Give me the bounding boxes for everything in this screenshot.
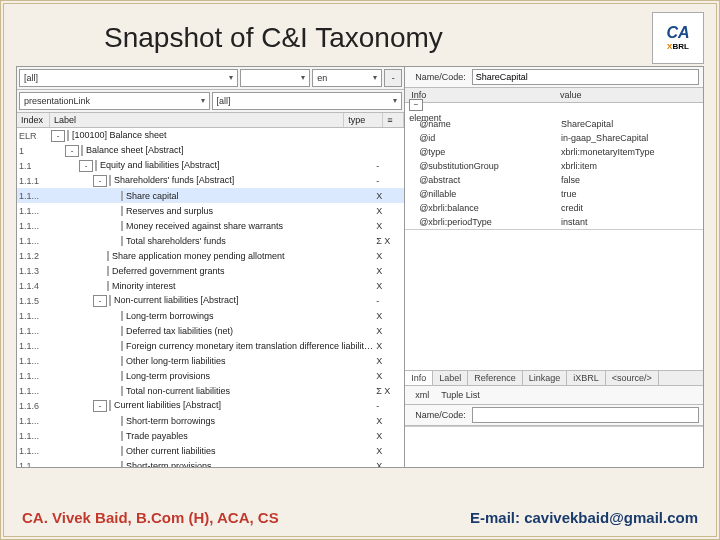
element-icon (95, 160, 97, 171)
right-panel: Name/Code: Info value −element @nameShar… (405, 67, 703, 467)
element-icon (107, 281, 109, 291)
tree-row[interactable]: 1.1...Long-term borrowingsX (17, 308, 404, 323)
tab-reference[interactable]: Reference (468, 371, 523, 385)
tree-row[interactable]: 1.1...Foreign currency monetary item tra… (17, 338, 404, 353)
tree-row[interactable]: 1.1...Share capitalX (17, 188, 404, 203)
element-icon (81, 145, 83, 156)
tab-label[interactable]: Label (433, 371, 468, 385)
tree-row[interactable]: 1.1.4Minority interestX (17, 278, 404, 293)
search-label: Name/Code: (409, 70, 472, 84)
tree-header: Index Label type ≡ (17, 113, 404, 128)
property-row[interactable]: @xbrli:periodTypeinstant (405, 215, 703, 229)
element-icon (121, 461, 123, 468)
toolbar-2: presentationLink▾ [all]▾ (17, 90, 404, 113)
property-row[interactable]: @substitutionGroupxbrli:item (405, 159, 703, 173)
property-row[interactable]: @xbrli:balancecredit (405, 201, 703, 215)
filter-combo-2[interactable]: ▾ (240, 69, 310, 87)
ca-mark: CA (666, 25, 689, 41)
toggle-icon[interactable]: - (93, 400, 107, 412)
tree-row[interactable]: 1.1...Reserves and surplusX (17, 203, 404, 218)
tab-ixbrl[interactable]: iXBRL (567, 371, 606, 385)
element-icon (121, 431, 123, 441)
tree-row[interactable]: 1.1.5-Non-current liabilities [Abstract]… (17, 293, 404, 308)
tree-row[interactable]: 1.1.2Share application money pending all… (17, 248, 404, 263)
element-icon (107, 266, 109, 276)
left-panel: [all]▾ ▾ en▾ - presentationLink▾ [all]▾ … (17, 67, 405, 467)
tree-row[interactable]: 1.1...Other current liabilitiesX (17, 443, 404, 458)
toggle-icon[interactable]: - (51, 130, 65, 142)
linkbase-combo[interactable]: presentationLink▾ (19, 92, 210, 110)
chevron-down-icon: ▾ (229, 70, 233, 86)
lower-list[interactable] (405, 426, 703, 467)
lower-bar: xml Tuple List (405, 386, 703, 405)
tree-row[interactable]: 1.1...Short-term borrowingsX (17, 413, 404, 428)
tree-row[interactable]: 1.1...Other long-term liabilitiesX (17, 353, 404, 368)
taxonomy-tree[interactable]: ELR-[100100] Balance sheet1-Balance shee… (17, 128, 404, 467)
col-extra[interactable]: ≡ (383, 113, 404, 127)
col-value: value (554, 90, 703, 100)
col-type[interactable]: type (344, 113, 383, 127)
element-icon (67, 130, 69, 141)
chevron-down-icon: ▾ (373, 70, 377, 86)
footer-email: E-mail: cavivekbaid@gmail.com (470, 509, 698, 526)
element-icon (121, 371, 123, 381)
tree-row[interactable]: 1.1...Money received against share warra… (17, 218, 404, 233)
element-icon (121, 221, 123, 231)
lower-search: Name/Code: (405, 405, 703, 426)
tab-source[interactable]: <source/> (606, 371, 659, 385)
search-input[interactable] (472, 69, 699, 85)
tree-row[interactable]: 1.1.3Deferred government grantsX (17, 263, 404, 278)
element-icon (121, 311, 123, 321)
page-title: Snapshot of C&I Taxonomy (4, 4, 716, 66)
footer-author: CA. Vivek Baid, B.Com (H), ACA, CS (22, 509, 279, 526)
property-row[interactable]: @nillabletrue (405, 187, 703, 201)
collapse-icon[interactable]: − (409, 99, 423, 111)
tab-info[interactable]: Info (405, 371, 433, 385)
tree-row[interactable]: 1.1...Total non-current liabilitiesΣ X (17, 383, 404, 398)
element-icon (107, 251, 109, 261)
element-icon (121, 386, 123, 396)
toolbar-button[interactable]: - (384, 69, 402, 87)
element-icon (121, 341, 123, 351)
toggle-icon[interactable]: - (65, 145, 79, 157)
role-combo[interactable]: [all]▾ (212, 92, 403, 110)
toggle-icon[interactable]: - (93, 175, 107, 187)
tree-row[interactable]: 1.1...Trade payablesX (17, 428, 404, 443)
xml-label: xml (409, 388, 435, 402)
element-icon (121, 446, 123, 456)
tree-row[interactable]: 1.1.1-Shareholders' funds [Abstract]- (17, 173, 404, 188)
chevron-down-icon: ▾ (201, 93, 205, 109)
filter-combo-1[interactable]: [all]▾ (19, 69, 238, 87)
lang-combo[interactable]: en▾ (312, 69, 382, 87)
element-icon (109, 400, 111, 411)
property-row[interactable]: @idin-gaap_ShareCapital (405, 131, 703, 145)
tree-row[interactable]: 1.1...Total shareholders' fundsΣ X (17, 233, 404, 248)
info-tabs: InfoLabelReferenceLinkageiXBRL<source/> (405, 370, 703, 386)
col-index[interactable]: Index (17, 113, 50, 127)
tree-row[interactable]: 1-Balance sheet [Abstract] (17, 143, 404, 158)
chevron-down-icon: ▾ (301, 70, 305, 86)
tuple-list-label: Tuple List (435, 388, 486, 402)
element-icon (121, 236, 123, 246)
element-icon (121, 206, 123, 216)
search-row: Name/Code: (405, 67, 703, 88)
tree-row[interactable]: ELR-[100100] Balance sheet (17, 128, 404, 143)
element-node[interactable]: −element (405, 103, 703, 117)
property-row[interactable]: @nameShareCapital (405, 117, 703, 131)
property-row[interactable]: @typexbrli:monetaryItemType (405, 145, 703, 159)
taxonomy-app: [all]▾ ▾ en▾ - presentationLink▾ [all]▾ … (16, 66, 704, 468)
property-row[interactable]: @abstractfalse (405, 173, 703, 187)
tree-row[interactable]: 1.1-Equity and liabilities [Abstract]- (17, 158, 404, 173)
tree-row[interactable]: 1.1...Deferred tax liabilities (net)X (17, 323, 404, 338)
toggle-icon[interactable]: - (79, 160, 93, 172)
lower-search-input[interactable] (472, 407, 699, 423)
tree-row[interactable]: 1.1...Short-term provisionsX (17, 458, 404, 467)
col-label[interactable]: Label (50, 113, 344, 127)
tree-row[interactable]: 1.1.6-Current liabilities [Abstract]- (17, 398, 404, 413)
element-icon (109, 175, 111, 186)
tree-row[interactable]: 1.1...Long-term provisionsX (17, 368, 404, 383)
toggle-icon[interactable]: - (93, 295, 107, 307)
element-icon (109, 295, 111, 306)
tab-linkage[interactable]: Linkage (523, 371, 568, 385)
info-section: −element @nameShareCapital@idin-gaap_Sha… (405, 103, 703, 230)
